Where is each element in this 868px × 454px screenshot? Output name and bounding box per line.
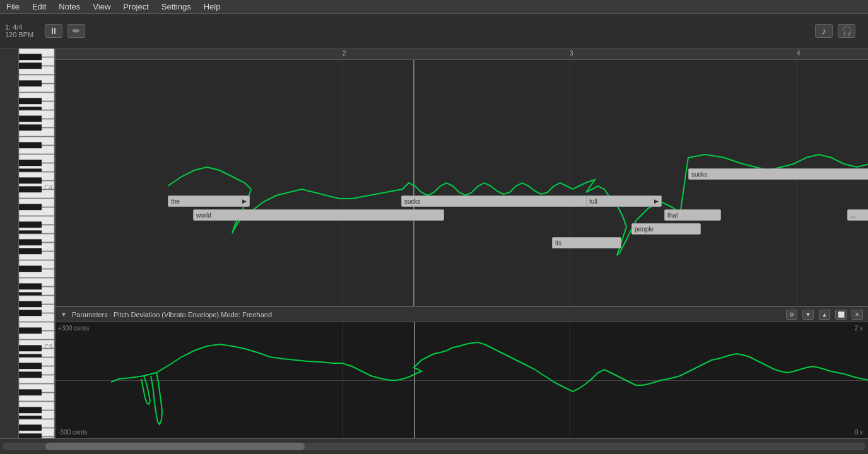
scrollbar-area[interactable] — [0, 438, 868, 454]
params-maximize-btn[interactable]: ⬜ — [835, 310, 847, 320]
pencil-button[interactable]: ✏ — [67, 24, 85, 38]
note-sucks2[interactable]: sucks — [688, 168, 868, 180]
params-panel: ▼ Parameters · Pitch Deviation (Vibrato … — [56, 306, 868, 438]
note-the[interactable]: the ▶ — [168, 195, 250, 207]
note-the-arrow: ▶ — [242, 198, 247, 204]
pause-button[interactable]: ⏸ — [45, 24, 62, 38]
params-content: +300 cents -300 cents 2 x 0 x — [56, 322, 868, 438]
note-its[interactable]: its — [552, 237, 621, 248]
menu-settings[interactable]: Settings — [155, 1, 197, 13]
time-info: 1: 4/4 120 BPM — [5, 23, 33, 38]
scrollbar-thumb[interactable] — [45, 443, 304, 450]
ruler-mark-4: 4 — [797, 50, 801, 57]
toolbar: 1: 4/4 120 BPM ⏸ ✏ ♪ 🎧 — [0, 14, 868, 49]
note-ellipsis2[interactable]: ... — [847, 209, 868, 221]
headphone-button[interactable]: 🎧 — [838, 24, 855, 38]
menu-help[interactable]: Help — [197, 1, 227, 13]
params-settings-btn[interactable]: ⚙ — [786, 310, 797, 320]
params-title: Parameters · Pitch Deviation (Vibrato En… — [72, 311, 781, 318]
menubar: File Edit Notes View Project Settings He… — [0, 0, 868, 14]
note-full[interactable]: full ▶ — [586, 195, 662, 207]
menu-project[interactable]: Project — [117, 1, 155, 13]
piano-keys: C4 C3 — [0, 49, 56, 454]
c4-label: C4 — [44, 184, 52, 191]
note-its-label: its — [555, 240, 561, 247]
params-svg — [56, 322, 868, 438]
note-full-label: full — [589, 198, 597, 205]
note-ellipsis2-label: ... — [850, 212, 855, 219]
menu-file[interactable]: File — [0, 1, 26, 13]
ruler: 2 3 4 — [56, 49, 868, 60]
note-people[interactable]: people — [631, 223, 701, 235]
note-that[interactable]: that — [664, 209, 721, 221]
note-that-label: that — [667, 212, 678, 219]
roll-content[interactable]: 2 3 4 — [56, 49, 868, 454]
c3-label: C3 — [44, 344, 52, 351]
params-collapse-icon[interactable]: ▼ — [61, 311, 67, 318]
note-sucks1-label: sucks — [404, 198, 421, 205]
note-people-label: people — [635, 226, 654, 233]
ruler-mark-2: 2 — [343, 50, 346, 57]
menu-notes[interactable]: Notes — [52, 1, 86, 13]
note-sucks2-label: sucks — [691, 171, 708, 178]
time-signature: 1: 4/4 — [5, 23, 33, 31]
menu-edit[interactable]: Edit — [26, 1, 52, 13]
note-full-arrow: ▶ — [654, 198, 659, 204]
params-down-btn[interactable]: ▼ — [802, 310, 814, 320]
params-header: ▼ Parameters · Pitch Deviation (Vibrato … — [56, 307, 868, 322]
note-the-label: the — [171, 198, 180, 205]
params-up-btn[interactable]: ▲ — [819, 310, 830, 320]
roll-wrapper: C4 C3 2 3 4 — [0, 49, 868, 454]
music-note-button[interactable]: ♪ — [815, 24, 833, 38]
ruler-mark-3: 3 — [570, 50, 573, 57]
bpm-display: 120 BPM — [5, 31, 33, 38]
note-world-label: world — [196, 212, 211, 219]
menu-view[interactable]: View — [86, 1, 117, 13]
scrollbar-track[interactable] — [3, 443, 865, 450]
note-world[interactable]: world — [193, 209, 444, 221]
params-close-btn[interactable]: ✕ — [852, 310, 863, 320]
toolbar-right: ♪ 🎧 — [815, 24, 855, 38]
note-sucks1[interactable]: sucks — [401, 195, 599, 207]
roll-main: C4 C3 2 3 4 — [0, 49, 868, 454]
